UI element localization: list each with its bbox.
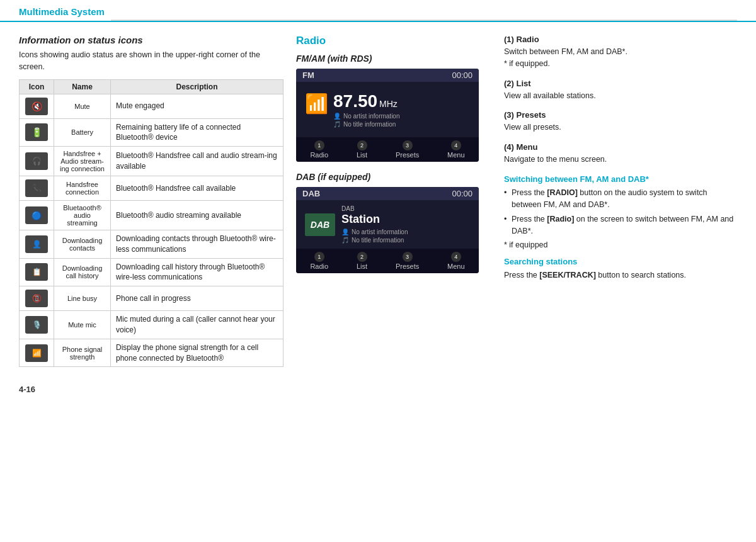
col-name-header: Name xyxy=(54,79,111,94)
icon-cell: 📵 xyxy=(20,286,54,311)
section-title-radio: (1) Radio xyxy=(504,35,737,44)
fm-top-bar: FM 00:00 xyxy=(296,69,479,82)
dab-artist-info: 👤 No artist information xyxy=(341,229,408,235)
nav-num: 3 xyxy=(403,252,413,262)
nav-num: 3 xyxy=(403,140,413,150)
col-icon-header: Icon xyxy=(20,79,54,94)
page-title: Multimedia System xyxy=(19,6,105,21)
icon-cell: 📶 xyxy=(20,339,54,367)
left-column: Information on status icons Icons showin… xyxy=(19,35,284,367)
nav-label: List xyxy=(357,263,367,270)
fm-nav-item[interactable]: 3Presets xyxy=(396,140,419,159)
nav-num: 1 xyxy=(314,252,324,262)
dab-title: DAB (if equipped) xyxy=(296,172,491,182)
fm-screen-mockup: FM 00:00 📶 87.50 MHz 👤 No artist informa… xyxy=(296,69,479,162)
nav-num: 4 xyxy=(451,252,461,262)
section-list: (2) List View all available stations. xyxy=(504,79,737,102)
dab-nav-item[interactable]: 3Presets xyxy=(396,252,419,270)
right-column: (1) Radio Switch between FM, AM and DAB*… xyxy=(504,35,737,367)
dab-nav-item[interactable]: 1Radio xyxy=(310,252,328,270)
section-radio: (1) Radio Switch between FM, AM and DAB*… xyxy=(504,35,737,70)
fm-nav-item[interactable]: 4Menu xyxy=(447,140,465,159)
table-row: 📶 Phone signal strength Display the phon… xyxy=(20,339,284,367)
dab-top-bar: DAB 00:00 xyxy=(296,187,479,200)
dab-logo: DAB xyxy=(305,213,335,236)
icon-desc-cell: Phone call in progress xyxy=(111,286,284,311)
table-row: 🎧 Handsfree + Audio stream-ing connectio… xyxy=(20,147,284,176)
dab-nav-item[interactable]: 2List xyxy=(357,252,367,270)
section-body-presets: View all presets. xyxy=(504,121,737,133)
table-row: 📞 Handsfree connection Bluetooth® Handsf… xyxy=(20,176,284,201)
section-presets: (3) Presets View all presets. xyxy=(504,110,737,133)
nav-label: Menu xyxy=(447,263,465,270)
col-desc-header: Description xyxy=(111,79,284,94)
nav-num: 2 xyxy=(357,252,367,262)
icon-desc-cell: Remaining battery life of a connected Bl… xyxy=(111,118,284,147)
fm-nav-item[interactable]: 1Radio xyxy=(310,140,328,159)
dab-label-text: DAB xyxy=(341,205,408,212)
page-body: Information on status icons Icons showin… xyxy=(0,22,756,380)
switching-bullets: Press the [RADIO] button on the audio sy… xyxy=(504,187,737,237)
icon-desc-cell: Display the phone signal strength for a … xyxy=(111,339,284,367)
section-title-menu: (4) Menu xyxy=(504,142,737,152)
nav-num: 2 xyxy=(357,140,367,150)
icon-name-cell: Mute mic xyxy=(54,311,111,339)
table-row: 📵 Line busy Phone call in progress xyxy=(20,286,284,311)
radio-title: Radio xyxy=(296,35,491,47)
icon-desc-cell: Downloading call history through Bluetoo… xyxy=(111,258,284,286)
icon-cell: 🔋 xyxy=(20,118,54,147)
section-menu: (4) Menu Navigate to the menu screen. xyxy=(504,142,737,166)
fmam-title: FM/AM (with RDS) xyxy=(296,54,491,64)
dab-screen-content: DAB DAB Station 👤 No artist information … xyxy=(296,200,479,249)
nav-label: Menu xyxy=(447,151,465,159)
icon-desc-cell: Mic muted during a call (caller cannot h… xyxy=(111,311,284,339)
icon-cell: 🎧 xyxy=(20,147,54,176)
fm-frequency: 87.50 MHz xyxy=(333,91,399,111)
dab-title-info: 🎵 No title information xyxy=(341,237,408,244)
fm-nav-item[interactable]: 2List xyxy=(357,140,367,159)
searching-body: Press the [SEEK/TRACK] button to search … xyxy=(504,269,737,281)
icon-cell: 🔵 xyxy=(20,201,54,230)
table-row: 📋 Downloading call history Downloading c… xyxy=(20,258,284,286)
list-item: Press the [RADIO] button on the audio sy… xyxy=(504,187,737,211)
icon-name-cell: Battery xyxy=(54,118,111,147)
icon-cell: 👤 xyxy=(20,230,54,259)
table-row: 🔇 Mute Mute engaged xyxy=(20,94,284,118)
icon-desc-cell: Downloading contacts through Bluetooth® … xyxy=(111,230,284,259)
icon-name-cell: Downloading contacts xyxy=(54,230,111,259)
icon-desc-cell: Bluetooth® audio streaming available xyxy=(111,201,284,230)
nav-label: Radio xyxy=(310,151,328,159)
icon-table: Icon Name Description 🔇 Mute Mute engage… xyxy=(19,79,284,368)
nav-label: List xyxy=(357,151,367,159)
icon-name-cell: Phone signal strength xyxy=(54,339,111,367)
icon-cell: 🎙️ xyxy=(20,311,54,339)
table-row: 🔵 Bluetaooth® audio streaming Bluetooth®… xyxy=(20,201,284,230)
dab-station: Station xyxy=(341,213,408,226)
icon-name-cell: Line busy xyxy=(54,286,111,311)
icon-name-cell: Handsfree + Audio stream-ing connection xyxy=(54,147,111,176)
wifi-icon: 📶 xyxy=(305,93,328,115)
switching-title: Switching between FM, AM and DAB* xyxy=(504,174,737,184)
icon-name-cell: Downloading call history xyxy=(54,258,111,286)
icon-name-cell: Handsfree connection xyxy=(54,176,111,201)
list-item: Press the [Radio] on the screen to switc… xyxy=(504,213,737,237)
dab-nav-item[interactable]: 4Menu xyxy=(447,252,465,270)
section-title-presets: (3) Presets xyxy=(504,110,737,120)
nav-num: 4 xyxy=(451,140,461,150)
icon-desc-cell: Mute engaged xyxy=(111,94,284,118)
nav-label: Radio xyxy=(310,263,328,270)
section-body-menu: Navigate to the menu screen. xyxy=(504,154,737,166)
dab-screen-mockup: DAB 00:00 DAB DAB Station 👤 No artist in… xyxy=(296,187,479,273)
fm-nav-bar: 1Radio2List3Presets4Menu xyxy=(296,137,479,162)
searching-title: Searching stations xyxy=(504,257,737,266)
page-header: Multimedia System xyxy=(0,0,756,22)
fm-screen-content: 📶 87.50 MHz 👤 No artist information 🎵 xyxy=(296,82,479,137)
fm-time: 00:00 xyxy=(452,71,472,80)
icon-cell: 🔇 xyxy=(20,94,54,118)
dab-time: 00:00 xyxy=(452,189,472,198)
switching-note: * if equipped xyxy=(504,240,737,249)
section-title-list: (2) List xyxy=(504,79,737,88)
icon-desc-cell: Bluetooth® Handsfree call and audio stre… xyxy=(111,147,284,176)
section-body-radio: Switch between FM, AM and DAB*.* if equi… xyxy=(504,46,737,70)
header-divider xyxy=(111,20,737,21)
